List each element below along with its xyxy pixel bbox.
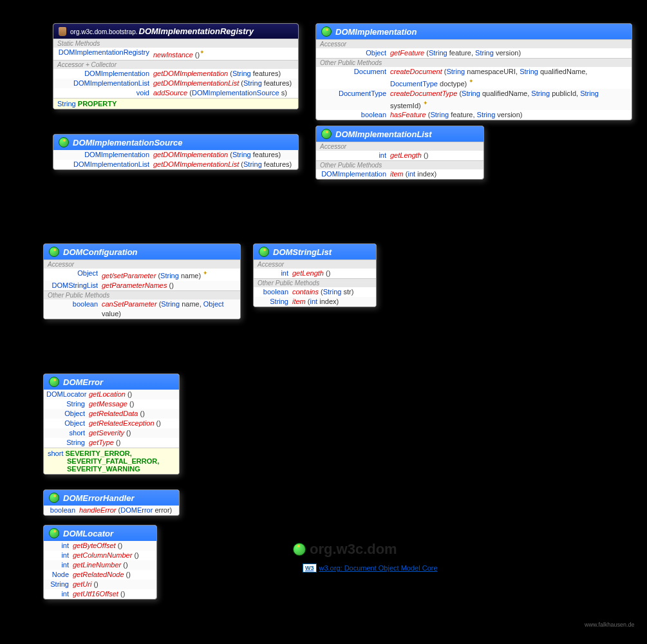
class-header: DOMErrorHandler <box>44 490 179 506</box>
method-row: DOMImplementation getDOMImplementation (… <box>53 69 298 79</box>
const-name: SEVERITY_FATAL_ERROR, <box>67 457 159 465</box>
return-type: Object <box>319 48 390 58</box>
method-row: DOMImplementation item (int index) <box>316 169 483 179</box>
class-dom-locator: DOMLocator intgetByteOffset () intgetCol… <box>43 525 157 600</box>
return-type: DOMImplementation <box>319 169 390 179</box>
class-title: DOMStringList <box>273 247 332 257</box>
class-header: DOMConfiguration <box>44 244 240 260</box>
return-type: int <box>319 151 390 160</box>
method-name: getDOMImplementationList <box>153 79 239 87</box>
method-row: shortgetSeverity () <box>44 428 179 438</box>
method-row: ObjectgetRelatedException () <box>44 419 179 428</box>
class-title: DOMImplementationRegistry <box>139 26 254 36</box>
class-header: DOMImplementationList <box>316 126 483 142</box>
return-type: DOMImplementationRegistry <box>56 48 153 60</box>
return-type: int <box>46 551 73 560</box>
method-row: DOMImplementationList getDOMImplementati… <box>53 160 298 169</box>
class-dom-implementation-list: DOMImplementationList Accessor int getLe… <box>315 126 484 180</box>
method-row: intgetLineNumber () <box>44 560 156 570</box>
class-icon <box>59 27 66 36</box>
return-type: Object <box>46 409 89 419</box>
package-title-text: org.w3c.dom <box>310 541 397 558</box>
method-row: intgetColumnNumber () <box>44 551 156 560</box>
package-icon <box>293 543 306 556</box>
class-title: DOMImplementation <box>335 27 417 37</box>
return-type: String <box>46 580 73 589</box>
section-label: Accessor <box>316 142 483 151</box>
method-row: DOMImplementation getDOMImplementation (… <box>53 150 298 160</box>
params: () <box>193 51 200 59</box>
class-title: DOMErrorHandler <box>63 493 135 503</box>
w3-link[interactable]: W3 w3.org: Document Object Model Core <box>303 564 438 573</box>
section-label: Accessor <box>316 39 632 48</box>
class-dom-error-handler: DOMErrorHandler boolean handleError (DOM… <box>43 489 180 516</box>
interface-icon <box>49 377 59 387</box>
throws-marker: ✦ <box>200 49 205 55</box>
section-label: Other Public Methods <box>254 278 376 287</box>
class-header: DOMImplementation <box>316 24 632 39</box>
class-title: DOMConfiguration <box>63 247 138 257</box>
class-dom-string-list: DOMStringList Accessor int getLength () … <box>253 243 377 307</box>
return-type: Document <box>319 67 390 89</box>
class-header: DOMStringList <box>254 244 376 260</box>
class-header: DOMError <box>44 374 179 390</box>
interface-icon <box>49 493 59 503</box>
class-title: DOMLocator <box>63 529 113 538</box>
return-type: DOMImplementation <box>56 150 153 160</box>
method-row: Document createDocument (String namespac… <box>316 67 632 89</box>
class-dom-implementation-source: DOMImplementationSource DOMImplementatio… <box>53 134 299 170</box>
class-dom-implementation-registry: org.w3c.dom.bootstrap.DOMImplementationR… <box>53 23 299 109</box>
return-type: String <box>46 399 89 409</box>
return-type: int <box>46 560 73 570</box>
section-label: Other Public Methods <box>316 58 632 67</box>
interface-icon <box>259 247 269 257</box>
w3-badge: W3 <box>303 564 317 573</box>
method-row: String item (int index) <box>254 297 376 307</box>
method-row: StringgetUri () <box>44 580 156 589</box>
method-row: void addSource (DOMImplementationSource … <box>53 88 298 98</box>
section-label: Other Public Methods <box>316 160 483 169</box>
const-name: SEVERITY_WARNING <box>67 465 140 473</box>
method-row: Object get/setParameter (String name) ✦ <box>44 269 240 281</box>
method-row: NodegetRelatedNode () <box>44 570 156 580</box>
interface-icon <box>59 137 69 147</box>
const-name: PROPERTY <box>78 100 117 108</box>
section-label: Static Methods <box>53 39 298 48</box>
return-type: String <box>46 438 89 448</box>
method-row: boolean canSetParameter (String name, Ob… <box>44 299 240 319</box>
package-prefix: org.w3c.dom.bootstrap. <box>70 28 138 35</box>
method-row: DOMStringList getParameterNames () <box>44 281 240 290</box>
section-label: Accessor + Collector <box>53 60 298 69</box>
section-label: Accessor <box>254 260 376 269</box>
class-title: DOMError <box>63 377 103 387</box>
method-name: newInstance <box>153 51 193 59</box>
method-row: intgetUtf16Offset () <box>44 589 156 599</box>
return-type: boolean <box>319 110 390 120</box>
return-type: boolean <box>46 299 102 319</box>
package-title: org.w3c.dom <box>293 541 397 558</box>
method-row: DOMImplementationList getDOMImplementati… <box>53 79 298 88</box>
class-dom-configuration: DOMConfiguration Accessor Object get/set… <box>43 243 241 319</box>
class-header: org.w3c.dom.bootstrap.DOMImplementationR… <box>53 24 298 39</box>
method-row: StringgetType () <box>44 438 179 448</box>
class-header: DOMImplementationSource <box>53 135 298 150</box>
method-row: boolean handleError (DOMError error) <box>44 506 179 515</box>
footer-credit[interactable]: www.falkhausen.de <box>585 621 635 628</box>
constants-row: String PROPERTY <box>53 98 298 109</box>
class-dom-error: DOMError DOMLocatorgetLocation () String… <box>43 374 180 475</box>
const-type: String <box>57 100 76 108</box>
method-name: addSource <box>153 89 187 97</box>
method-row: StringgetMessage () <box>44 399 179 409</box>
return-type: Object <box>46 269 102 281</box>
method-row: boolean contains (String str) <box>254 287 376 297</box>
class-dom-implementation: DOMImplementation Accessor Object getFea… <box>315 23 632 120</box>
method-row: intgetByteOffset () <box>44 541 156 551</box>
method-row: Object getFeature (String feature, Strin… <box>316 48 632 58</box>
return-type: String <box>256 297 292 307</box>
interface-icon <box>49 528 59 538</box>
return-type: DOMStringList <box>46 281 102 290</box>
method-row: DOMLocatorgetLocation () <box>44 390 179 399</box>
method-row: boolean hasFeature (String feature, Stri… <box>316 110 632 120</box>
const-name: SEVERITY_ERROR, <box>66 450 132 457</box>
interface-icon <box>321 129 332 139</box>
